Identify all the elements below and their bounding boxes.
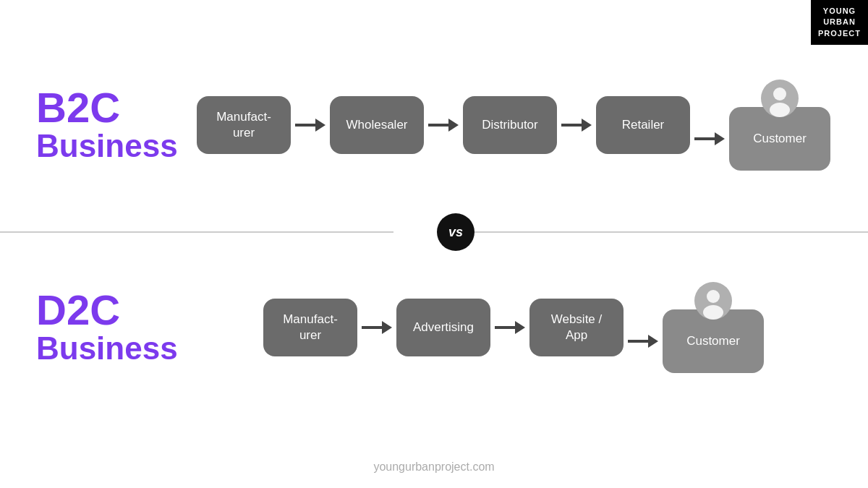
flow-node-2: Website /App <box>529 299 624 356</box>
arrow-body <box>694 137 715 140</box>
arrow-head <box>448 119 459 132</box>
flow-node-2: Distributor <box>463 96 557 154</box>
flow-node-3: Customer <box>663 309 764 373</box>
footer: youngurbanproject.com <box>0 461 868 474</box>
flow-arrow <box>694 132 725 145</box>
svg-point-2 <box>770 103 790 117</box>
svg-point-4 <box>707 290 720 303</box>
arrow-wrap-2 <box>557 119 596 132</box>
arrow-wrap-0 <box>357 321 396 334</box>
flow-arrow <box>428 119 459 132</box>
arrow-wrap-3 <box>690 132 729 145</box>
node-label-1: Advertising <box>413 320 474 335</box>
vs-divider: vs <box>0 213 868 251</box>
d2c-title: D2C Business <box>36 289 195 366</box>
flow-arrow <box>628 335 658 348</box>
person-icon <box>761 80 799 121</box>
arrow-wrap-1 <box>490 321 529 334</box>
flow-node-3: Retailer <box>596 96 690 154</box>
node-label-3: Retailer <box>622 117 665 133</box>
flow-node-1: Advertising <box>396 299 490 356</box>
logo-line1: YOUNG <box>818 6 861 17</box>
arrow-body <box>495 326 515 329</box>
node-label-2: Website /App <box>551 312 603 343</box>
person-icon <box>694 282 732 323</box>
flow-arrow <box>362 321 392 334</box>
arrow-wrap-2 <box>624 335 663 348</box>
flow-node-0: Manufact-urer <box>197 96 291 154</box>
arrow-body <box>628 340 648 343</box>
svg-point-5 <box>703 305 723 320</box>
d2c-section: D2C Business Manufact-urer Advertising W… <box>36 282 832 373</box>
b2c-title-line2: Business <box>36 129 195 163</box>
flow-arrow <box>495 321 525 334</box>
node-label-2: Distributor <box>482 117 537 133</box>
arrow-head <box>515 321 525 334</box>
b2c-flow-chain: Manufact-urer Wholesaler Distributor Ret… <box>195 80 832 171</box>
logo: YOUNG URBAN PROJECT <box>811 0 868 45</box>
logo-line2: URBAN <box>818 17 861 27</box>
arrow-wrap-0 <box>291 119 330 132</box>
arrow-body <box>428 124 448 127</box>
arrow-head <box>582 119 592 132</box>
b2c-title-line1: B2C <box>36 87 195 129</box>
logo-line3: PROJECT <box>818 28 861 39</box>
b2c-title: B2C Business <box>36 87 195 163</box>
vs-line-left <box>0 231 393 233</box>
arrow-head <box>315 119 326 132</box>
arrow-body <box>295 124 315 127</box>
b2c-section: B2C Business Manufact-urer Wholesaler Di… <box>36 80 832 171</box>
arrow-head <box>715 132 725 145</box>
svg-point-1 <box>773 87 786 100</box>
d2c-title-line1: D2C <box>36 289 195 331</box>
flow-node-1: Wholesaler <box>330 96 424 154</box>
flow-node-0: Manufact-urer <box>263 299 357 356</box>
vs-circle: vs <box>437 213 475 251</box>
arrow-wrap-1 <box>424 119 463 132</box>
node-label-4: Customer <box>753 131 807 147</box>
d2c-title-line2: Business <box>36 331 195 366</box>
node-label-1: Wholesaler <box>346 117 407 133</box>
flow-node-4: Customer <box>729 107 830 171</box>
node-label-0: Manufact-urer <box>283 312 338 343</box>
arrow-head <box>382 321 392 334</box>
arrow-body <box>561 124 582 127</box>
d2c-flow-chain: Manufact-urer Advertising Website /App C… <box>195 282 832 373</box>
arrow-body <box>362 326 382 329</box>
arrow-head <box>648 335 658 348</box>
vs-line-right <box>475 231 868 233</box>
flow-arrow <box>295 119 326 132</box>
node-label-3: Customer <box>686 333 740 349</box>
footer-text: youngurbanproject.com <box>373 461 494 473</box>
node-label-0: Manufact-urer <box>216 109 271 141</box>
flow-arrow <box>561 119 592 132</box>
